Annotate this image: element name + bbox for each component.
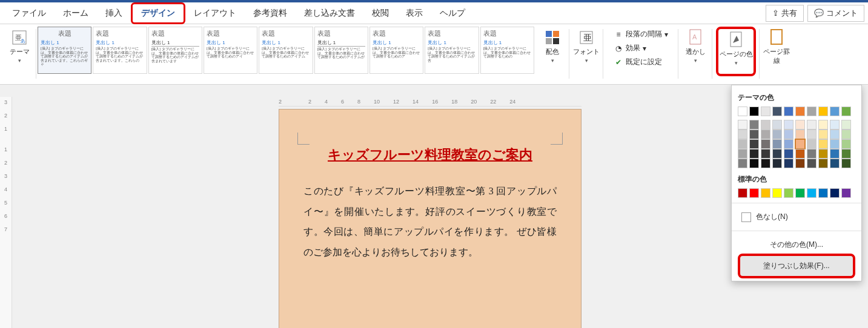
- fill-effects-item[interactable]: 塗りつぶし効果(F)...: [738, 254, 855, 278]
- tab-references[interactable]: 参考資料: [245, 4, 296, 22]
- document-title[interactable]: キッズフルーツ料理教室のご案内: [303, 146, 557, 164]
- color-swatch[interactable]: [738, 188, 747, 198]
- gallery-item[interactable]: 表題見出し 1[挿入] タブのギャラリーには、文書全体の体裁に合わせて調整するた…: [259, 27, 313, 74]
- tab-file[interactable]: ファイル: [4, 4, 55, 22]
- no-color-item[interactable]: 色なし(N): [738, 208, 855, 226]
- color-swatch[interactable]: [761, 149, 770, 159]
- color-swatch[interactable]: [795, 139, 805, 149]
- color-swatch[interactable]: [772, 188, 782, 198]
- color-swatch[interactable]: [784, 120, 793, 130]
- gallery-item[interactable]: 表題見出し 1[挿入] タブのギャラリーには、文書全体の体裁に合わせて調整するた…: [204, 27, 257, 74]
- gallery-item[interactable]: 表題見出し 1[挿入] タブのギャラリーには、文書全体の体裁に合わせて調整するた…: [314, 27, 368, 74]
- tab-layout[interactable]: レイアウト: [185, 4, 245, 22]
- color-swatch[interactable]: [818, 149, 828, 159]
- color-swatch[interactable]: [772, 107, 782, 116]
- color-swatch[interactable]: [761, 130, 770, 139]
- set-default-button[interactable]: ✔既定に設定: [611, 56, 671, 68]
- color-swatch[interactable]: [761, 139, 770, 149]
- color-swatch[interactable]: [807, 159, 817, 168]
- page-borders-button[interactable]: ページ罫線: [763, 27, 790, 76]
- comment-button[interactable]: 💬コメント: [807, 5, 864, 22]
- color-swatch[interactable]: [830, 130, 840, 139]
- color-swatch[interactable]: [772, 159, 782, 168]
- tab-review[interactable]: 校閲: [363, 4, 397, 22]
- color-swatch[interactable]: [807, 139, 817, 149]
- color-swatch[interactable]: [738, 130, 747, 139]
- color-swatch[interactable]: [841, 120, 851, 130]
- gallery-item[interactable]: 表題見出し 1[挿入] タブのギャラリーには、文書全体の体裁に合わせて調整するた…: [148, 27, 202, 74]
- color-swatch[interactable]: [761, 107, 770, 116]
- color-swatch[interactable]: [749, 159, 759, 168]
- tab-insert[interactable]: 挿入: [97, 4, 131, 22]
- color-swatch[interactable]: [818, 120, 828, 130]
- color-swatch[interactable]: [795, 149, 805, 159]
- gallery-item[interactable]: 表題見出し 1[挿入] タブのギャラリーには、文書全体の体裁に合わせて調整するた…: [425, 27, 479, 74]
- doc-format-gallery[interactable]: 表題見出し 1[挿入] タブのギャラリーには、文書全体の体裁に合わせて調整するた…: [38, 27, 534, 74]
- color-swatch[interactable]: [772, 130, 782, 139]
- watermark-button[interactable]: A 透かし ▾: [682, 27, 709, 76]
- color-swatch[interactable]: [830, 139, 840, 149]
- effects-button[interactable]: ◔効果 ▾: [611, 42, 671, 54]
- color-swatch[interactable]: [818, 130, 828, 139]
- color-swatch[interactable]: [830, 107, 840, 116]
- color-swatch[interactable]: [749, 130, 759, 139]
- share-button[interactable]: ⇪共有: [766, 5, 804, 22]
- color-swatch[interactable]: [738, 159, 747, 168]
- colors-button[interactable]: 配色 ▾: [539, 27, 566, 76]
- color-swatch[interactable]: [772, 139, 782, 149]
- color-swatch[interactable]: [784, 149, 793, 159]
- color-swatch[interactable]: [841, 149, 851, 159]
- color-swatch[interactable]: [830, 149, 840, 159]
- color-swatch[interactable]: [795, 130, 805, 139]
- color-swatch[interactable]: [784, 159, 793, 168]
- gallery-item[interactable]: 表題見出し 1[挿入] タブのギャラリーには、文書全体の体裁に合わせて調整するた…: [369, 27, 423, 74]
- color-swatch[interactable]: [818, 107, 828, 116]
- color-swatch[interactable]: [807, 149, 817, 159]
- document-body[interactable]: このたび『キッズフルーツ料理教室〜第 3 回アップルパイ〜』を開催いたします。好…: [303, 181, 557, 262]
- color-swatch[interactable]: [738, 120, 747, 130]
- color-swatch[interactable]: [807, 107, 817, 116]
- color-swatch[interactable]: [749, 149, 759, 159]
- color-swatch[interactable]: [738, 107, 747, 116]
- color-swatch[interactable]: [818, 188, 828, 198]
- color-swatch[interactable]: [841, 159, 851, 168]
- themes-button[interactable]: 亜あ テーマ ▾: [6, 27, 33, 76]
- color-swatch[interactable]: [841, 139, 851, 149]
- color-swatch[interactable]: [749, 188, 759, 198]
- color-swatch[interactable]: [761, 159, 770, 168]
- paragraph-spacing-button[interactable]: ≡段落の間隔 ▾: [611, 28, 671, 41]
- tab-design[interactable]: デザイン: [131, 2, 185, 24]
- gallery-item[interactable]: 表題見出し 1[挿入] タブのギャラリーには、文書全体の体裁に合わせて調整するた…: [38, 27, 91, 74]
- color-swatch[interactable]: [738, 139, 747, 149]
- color-swatch[interactable]: [807, 130, 817, 139]
- color-swatch[interactable]: [841, 130, 851, 139]
- color-swatch[interactable]: [761, 120, 770, 130]
- color-swatch[interactable]: [749, 107, 759, 116]
- color-swatch[interactable]: [830, 159, 840, 168]
- color-swatch[interactable]: [749, 139, 759, 149]
- color-swatch[interactable]: [772, 149, 782, 159]
- fonts-button[interactable]: 亜 フォント ▾: [573, 27, 600, 76]
- color-swatch[interactable]: [795, 159, 805, 168]
- color-swatch[interactable]: [795, 107, 805, 116]
- color-swatch[interactable]: [818, 139, 828, 149]
- color-swatch[interactable]: [784, 130, 793, 139]
- color-swatch[interactable]: [749, 120, 759, 130]
- color-swatch[interactable]: [841, 188, 851, 198]
- page-color-button[interactable]: ページの色 ▾: [716, 27, 756, 76]
- color-swatch[interactable]: [807, 188, 817, 198]
- color-swatch[interactable]: [795, 120, 805, 130]
- color-swatch[interactable]: [818, 159, 828, 168]
- color-swatch[interactable]: [784, 139, 793, 149]
- color-swatch[interactable]: [795, 188, 805, 198]
- color-swatch[interactable]: [772, 120, 782, 130]
- color-swatch[interactable]: [807, 120, 817, 130]
- tab-mailings[interactable]: 差し込み文書: [296, 4, 363, 22]
- page[interactable]: キッズフルーツ料理教室のご案内 このたび『キッズフルーツ料理教室〜第 3 回アッ…: [279, 109, 581, 328]
- tab-home[interactable]: ホーム: [55, 4, 97, 22]
- gallery-item[interactable]: 表題見出し 1[挿入] タブのギャラリーには、文書全体の体裁に合わせて調整するた…: [480, 27, 534, 74]
- color-swatch[interactable]: [841, 107, 851, 116]
- tab-view[interactable]: 表示: [397, 4, 431, 22]
- gallery-item[interactable]: 表題見出し 1[挿入] タブのギャラリーには、文書全体の体裁に合わせて調整するた…: [93, 27, 147, 74]
- color-swatch[interactable]: [784, 188, 793, 198]
